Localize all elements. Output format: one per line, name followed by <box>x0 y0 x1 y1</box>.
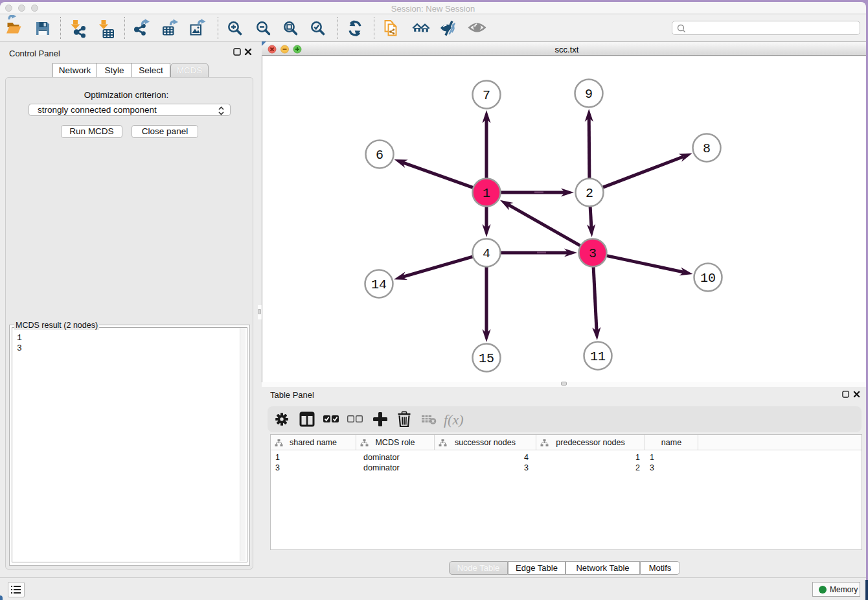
svg-text:9: 9 <box>585 87 593 102</box>
svg-text:2: 2 <box>586 186 593 201</box>
svg-text:15: 15 <box>479 351 494 366</box>
svg-text:3: 3 <box>589 246 597 261</box>
svg-text:11: 11 <box>590 349 606 364</box>
svg-text:4: 4 <box>483 246 490 261</box>
svg-text:1: 1 <box>483 186 490 201</box>
svg-text:10: 10 <box>700 271 716 286</box>
svg-text:7: 7 <box>483 88 490 103</box>
svg-text:f(x): f(x) <box>444 411 464 428</box>
svg-text:14: 14 <box>371 277 387 292</box>
svg-text:8: 8 <box>703 141 711 156</box>
svg-text:6: 6 <box>376 148 383 163</box>
